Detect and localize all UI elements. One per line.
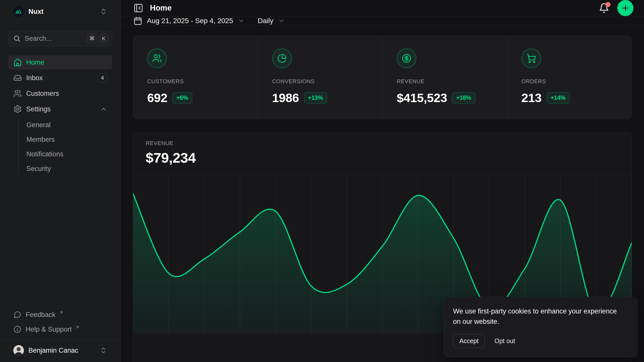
stat-delta-badge: +18% [452,92,475,104]
search-kbd-hints: ⌘ K [87,34,108,43]
sidebar-nav: Home Inbox 4 C [8,55,112,176]
sidebar-item-inbox[interactable]: Inbox 4 [8,71,112,85]
sub-item-label: Security [26,165,51,173]
sidebar-top: Nuxt Search... ⌘ K [0,0,120,177]
stat-value: $415,523 [397,91,447,105]
notification-dot [606,2,611,7]
sidebar-item-members[interactable]: Members [8,132,112,147]
stat-orders[interactable]: ORDERS 213 +14% [507,36,632,119]
feedback-link[interactable]: Feedback [8,307,112,322]
user-menu[interactable]: Benjamin Canac [8,342,112,358]
chevron-up-down-icon [100,347,107,354]
sidebar-item-settings[interactable]: Settings [8,102,112,116]
page-title: Home [150,4,172,13]
stat-delta-badge: +6% [172,92,192,104]
period-label: Daily [258,17,273,25]
stat-value: 1986 [272,91,299,105]
stat-conversions[interactable]: CONVERSIONS 1986 +13% [258,36,383,119]
stat-customers[interactable]: CUSTOMERS 692 +6% [133,36,258,119]
sidebar-item-label: Settings [26,105,51,113]
stat-revenue[interactable]: REVENUE $415,523 +18% [382,36,507,119]
inbox-icon [13,74,22,82]
stat-label: ORDERS [521,78,618,85]
team-selector[interactable]: Nuxt [8,4,112,20]
sidebar-footer-links: Feedback Help & Support [0,307,120,339]
notifications-button[interactable] [599,3,609,13]
sub-item-label: Notifications [26,150,63,158]
date-range-picker[interactable]: Aug 21, 2025 - Sep 4, 2025 [133,16,245,25]
revenue-chart-header: REVENUE $79,234 [133,133,632,174]
sidebar-item-security[interactable]: Security [8,161,112,176]
kbd-cmd: ⌘ [87,34,97,43]
sub-item-label: Members [26,136,55,144]
stat-delta-badge: +13% [304,92,327,104]
nuxt-logo-icon [13,6,24,17]
users-icon [147,49,167,68]
accept-button[interactable]: Accept [453,334,485,348]
opt-out-button[interactable]: Opt out [494,337,515,345]
page-header: Home [121,0,644,16]
settings-sub-list: General Members Notifications Security [8,118,112,176]
date-range-label: Aug 21, 2025 - Sep 4, 2025 [147,17,233,25]
stat-label: REVENUE [397,78,493,85]
sidebar-item-home[interactable]: Home [8,55,112,69]
sub-item-label: General [26,121,51,129]
period-select[interactable]: Daily [258,17,285,25]
stat-label: CONVERSIONS [272,78,369,85]
help-support-link[interactable]: Help & Support [8,322,112,337]
sidebar-item-notifications[interactable]: Notifications [8,147,112,161]
link-label: Help & Support [26,326,72,333]
cookie-message: We use first-party cookies to enhance yo… [453,306,619,327]
stat-delta-badge: +14% [547,92,570,104]
home-icon [13,58,22,67]
avatar [13,345,24,356]
calendar-icon [133,16,142,25]
stats-row: CUSTOMERS 692 +6% CONVERSIONS 1986 +13% [133,36,632,119]
users-icon [13,89,22,98]
inbox-count-badge: 4 [98,73,107,83]
sidebar-user-section: Benjamin Canac [0,339,120,362]
sidebar: Nuxt Search... ⌘ K [0,0,121,362]
chevron-up-icon [100,106,107,113]
chevron-down-icon [238,17,245,24]
sidebar-item-general[interactable]: General [8,118,112,132]
header-actions [599,0,633,16]
gear-icon [13,105,22,113]
cookie-actions: Accept Opt out [453,334,628,348]
revenue-chart-value: $79,234 [146,150,619,166]
sidebar-item-label: Customers [26,90,59,98]
speech-bubble-icon [13,311,21,319]
external-link-icon [59,310,64,315]
stat-label: CUSTOMERS [147,78,244,85]
pie-chart-icon [272,49,292,68]
sidebar-item-label: Inbox [26,74,43,82]
external-link-icon [75,325,80,330]
circle-dollar-icon [397,49,416,68]
search-input[interactable]: Search... ⌘ K [8,31,112,46]
chevron-down-icon [278,17,285,24]
team-name: Nuxt [28,8,44,16]
cookie-banner: We use first-party cookies to enhance yo… [444,297,637,357]
plus-icon [621,4,630,12]
kbd-k: K [99,34,108,43]
filter-toolbar: Aug 21, 2025 - Sep 4, 2025 Daily [121,16,644,26]
shopping-cart-icon [521,49,541,68]
stat-value: 692 [147,91,167,105]
indent-guide [18,119,19,174]
info-circle-icon [13,325,21,333]
search-icon [13,35,21,42]
sidebar-item-customers[interactable]: Customers [8,86,112,101]
stat-value: 213 [521,91,542,105]
revenue-chart-label: REVENUE [146,140,619,147]
sidebar-spacer [0,177,120,307]
user-name: Benjamin Canac [28,347,78,354]
link-label: Feedback [26,311,56,319]
search-placeholder: Search... [25,35,83,42]
main-area: Home Aug 21, 2025 - Sep 4, 2025 [121,0,644,362]
add-button[interactable] [617,0,633,16]
sidebar-collapse-icon[interactable] [133,3,143,13]
chevron-up-down-icon [100,8,107,15]
sidebar-item-label: Home [26,59,44,66]
